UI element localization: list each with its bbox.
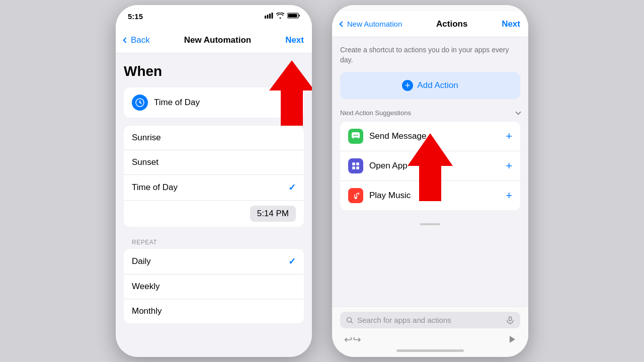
suggestion-open-app[interactable]: Open App + (340, 151, 520, 180)
weekly-label: Weekly (132, 282, 159, 292)
add-play-music-button[interactable]: + (506, 189, 512, 202)
back-button[interactable]: Back (124, 35, 150, 45)
status-time: 5:15 (128, 12, 143, 21)
right-content: Create a shortcut to actions you do in y… (332, 37, 528, 218)
repeat-label: REPEAT (124, 235, 304, 249)
options-card: Sunrise Sunset Time of Day ✓ 5:14 PM (124, 126, 304, 227)
status-bar-right (332, 5, 528, 11)
suggestion-play-music[interactable]: Play Music + (340, 180, 520, 210)
drag-indicator (332, 218, 528, 230)
daily-checkmark: ✓ (288, 256, 296, 267)
add-action-label: Add Action (417, 80, 458, 90)
undo-icon[interactable]: ↩ (344, 333, 353, 345)
option-sunset[interactable]: Sunset (124, 150, 304, 174)
add-open-app-button[interactable]: + (506, 159, 512, 172)
home-indicator (396, 349, 464, 352)
option-sunrise[interactable]: Sunrise (124, 126, 304, 150)
chevron-down-icon[interactable] (515, 109, 521, 115)
messages-icon (348, 129, 363, 144)
add-action-icon: + (402, 80, 413, 91)
left-content: When Time of Day Sunrise Sunset (116, 53, 312, 357)
mic-icon (506, 316, 514, 324)
suggestion-left-music: Play Music (348, 188, 411, 203)
svg-rect-18 (509, 317, 512, 321)
send-message-label: Send Message (369, 131, 426, 141)
svg-point-12 (357, 135, 358, 136)
svg-rect-13 (352, 162, 355, 165)
timeofday-checkmark: ✓ (288, 182, 296, 193)
search-bar[interactable]: Search for apps and actions (340, 312, 520, 328)
back-button-right[interactable]: New Automation (340, 20, 402, 28)
suggestions-title: Next Action Suggestions (340, 109, 411, 117)
left-phone: 5:15 Back New Automation Next When (116, 5, 312, 357)
suggestion-send-message[interactable]: Send Message + (340, 122, 520, 151)
nav-bar-left: Back New Automation Next (116, 27, 312, 53)
search-icon (346, 317, 353, 324)
chevron-left-icon (123, 37, 128, 43)
music-icon (348, 188, 363, 203)
time-of-day-label: Time of Day (154, 98, 200, 108)
add-action-button[interactable]: + Add Action (340, 72, 520, 99)
nav-title-right: Actions (436, 19, 467, 29)
time-of-day-card: Time of Day (124, 87, 304, 118)
when-title: When (124, 63, 304, 79)
option-timeofday[interactable]: Time of Day ✓ (124, 174, 304, 200)
sunset-label: Sunset (132, 157, 158, 167)
svg-rect-0 (265, 16, 266, 19)
clock-icon (132, 95, 148, 111)
option-daily[interactable]: Daily ✓ (124, 249, 304, 274)
play-icon[interactable] (507, 335, 516, 344)
daily-label: Daily (132, 256, 151, 266)
svg-rect-15 (352, 166, 355, 169)
svg-rect-1 (267, 15, 269, 19)
toolbar-icons: ↩ ↪ (340, 333, 520, 345)
search-input[interactable]: Search for apps and actions (357, 316, 502, 324)
back-label-right: New Automation (347, 20, 402, 28)
status-icons (265, 13, 300, 20)
redo-icon[interactable]: ↪ (353, 333, 361, 345)
svg-point-10 (354, 135, 355, 136)
next-button-left[interactable]: Next (285, 35, 304, 45)
add-send-message-button[interactable]: + (506, 130, 512, 143)
time-of-day-row: Time of Day (124, 87, 304, 118)
signal-icon (265, 13, 273, 20)
monthly-label: Monthly (132, 306, 162, 316)
nav-bar-right: New Automation Actions Next (332, 11, 528, 37)
svg-rect-14 (356, 162, 359, 165)
timeofday-label: Time of Day (132, 183, 178, 193)
battery-icon (287, 13, 300, 20)
open-app-label: Open App (369, 161, 408, 171)
repeat-card: Daily ✓ Weekly Monthly (124, 249, 304, 323)
svg-marker-19 (510, 336, 515, 343)
wifi-icon (276, 13, 284, 20)
option-weekly[interactable]: Weekly (124, 274, 304, 299)
suggestions-card: Send Message + Open App + (340, 122, 520, 210)
svg-rect-5 (288, 14, 297, 17)
svg-point-11 (355, 135, 356, 136)
option-monthly[interactable]: Monthly (124, 299, 304, 323)
suggestion-left-messages: Send Message (348, 129, 426, 144)
nav-title-left: New Automation (184, 35, 251, 45)
bottom-toolbar: Search for apps and actions ↩ ↪ (332, 306, 528, 357)
subtitle: Create a shortcut to actions you do in y… (340, 45, 520, 65)
suggestions-header: Next Action Suggestions (340, 109, 520, 117)
next-button-right[interactable]: Next (502, 19, 520, 29)
svg-rect-3 (272, 13, 273, 19)
svg-rect-16 (356, 166, 359, 169)
play-music-label: Play Music (369, 191, 411, 201)
sunrise-label: Sunrise (132, 133, 161, 143)
chevron-left-icon-right (339, 21, 345, 27)
right-phone: New Automation Actions Next Create a sho… (332, 5, 528, 357)
suggestion-left-openapp: Open App (348, 158, 408, 173)
svg-rect-2 (269, 14, 271, 19)
status-bar: 5:15 (116, 5, 312, 27)
openapp-icon (348, 158, 363, 173)
time-picker-row: 5:14 PM (124, 200, 304, 227)
time-picker-btn[interactable]: 5:14 PM (250, 206, 296, 222)
